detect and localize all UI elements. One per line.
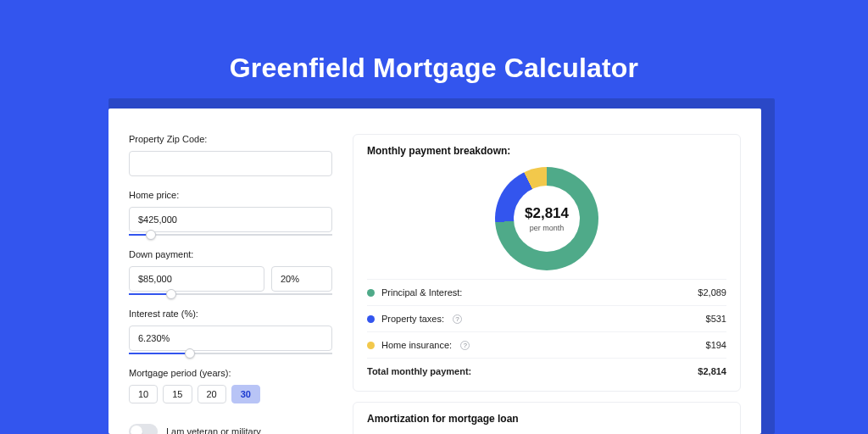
down-payment-slider[interactable] [129,293,332,295]
home-price-slider[interactable] [129,234,332,236]
toggle-knob [131,426,142,434]
donut-sub: per month [530,224,565,232]
veteran-toggle[interactable] [129,424,158,434]
legend-amount: $2,089 [698,287,726,298]
home-price-input[interactable] [129,207,332,232]
donut-chart: $2,814 per month [495,167,598,270]
veteran-row: I am veteran or military [129,424,332,434]
slider-thumb[interactable] [185,348,195,359]
zip-label: Property Zip Code: [129,134,332,144]
legend-amount: $531 [706,314,726,324]
info-icon[interactable]: ? [460,341,470,350]
down-payment-field: Down payment: [129,249,332,295]
slider-thumb[interactable] [146,230,156,240]
period-field: Mortgage period (years): 10 15 20 30 [129,368,332,403]
period-btn-20[interactable]: 20 [198,385,226,403]
down-payment-percent-input[interactable] [271,266,332,292]
legend-row-total: Total monthly payment: $2,814 [367,358,726,384]
zip-input[interactable] [129,151,332,176]
down-payment-label: Down payment: [129,249,332,259]
period-btn-30[interactable]: 30 [231,385,260,403]
info-icon[interactable]: ? [453,314,462,324]
interest-rate-label: Interest rate (%): [129,309,332,319]
donut-wrap: $2,814 per month [367,164,726,279]
veteran-label: I am veteran or military [166,426,261,434]
legend-amount: $194 [706,340,726,350]
legend-label: Home insurance: [381,340,452,350]
period-label: Mortgage period (years): [129,368,332,378]
period-options: 10 15 20 30 [129,385,332,403]
zip-field: Property Zip Code: [129,134,332,176]
legend-label: Property taxes: [381,314,444,324]
dot-icon [367,289,375,297]
amortization-panel: Amortization for mortgage loan Amortizat… [353,402,741,434]
donut-center: $2,814 per month [495,167,598,270]
dot-icon [367,342,375,349]
dot-icon [367,315,375,323]
results-column: Monthly payment breakdown: $2,814 per mo… [353,134,741,434]
breakdown-title: Monthly payment breakdown: [367,145,726,157]
period-btn-15[interactable]: 15 [163,385,192,403]
slider-thumb[interactable] [166,289,176,299]
legend-row-principal: Principal & Interest: $2,089 [367,279,726,305]
legend-row-taxes: Property taxes: ? $531 [367,305,726,331]
amortization-title: Amortization for mortgage loan [367,413,726,425]
donut-amount: $2,814 [525,205,569,222]
breakdown-panel: Monthly payment breakdown: $2,814 per mo… [353,134,741,392]
legend-total-amount: $2,814 [698,366,726,376]
legend-total-label: Total monthly payment: [367,366,471,376]
page-header: Greenfield Mortgage Calculator [0,0,868,84]
legend-label: Principal & Interest: [381,287,462,298]
home-price-field: Home price: [129,190,332,236]
period-btn-10[interactable]: 10 [129,385,158,403]
down-payment-amount-input[interactable] [129,266,264,292]
legend-row-insurance: Home insurance: ? $194 [367,331,726,358]
calculator-card: Property Zip Code: Home price: Down paym… [108,108,761,434]
interest-rate-field: Interest rate (%): [129,309,332,354]
interest-rate-slider[interactable] [129,353,332,354]
page-title: Greenfield Mortgage Calculator [0,53,868,84]
interest-rate-input[interactable] [129,326,332,351]
form-column: Property Zip Code: Home price: Down paym… [129,134,332,434]
home-price-label: Home price: [129,190,332,200]
